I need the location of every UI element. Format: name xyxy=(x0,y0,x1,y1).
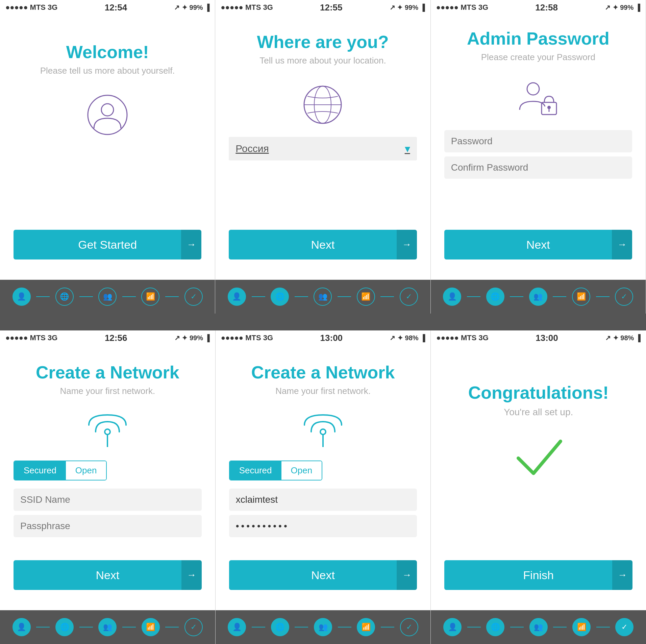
location-next-button[interactable]: Next → xyxy=(229,230,417,259)
nav-wifi-5[interactable]: 📶 xyxy=(357,618,375,636)
network2-next-arrow: → xyxy=(397,560,417,590)
nav-admin-6[interactable]: 👥 xyxy=(529,618,548,636)
nav-globe-3[interactable]: 🌐 xyxy=(486,288,504,306)
nav-admin-1[interactable]: 👥 xyxy=(98,288,117,306)
nav-wifi-3[interactable]: 📶 xyxy=(572,288,590,306)
finish-label: Finish xyxy=(454,569,623,582)
screen-network1: ●●●●● MTS 3G 12:56 ↗ ✦ 99% ▐ Create a Ne… xyxy=(0,330,216,644)
congrats-title: Congratulations! xyxy=(468,382,609,403)
ssid-input-1[interactable] xyxy=(14,489,202,511)
nav-admin-4[interactable]: 👥 xyxy=(98,618,117,636)
svg-point-11 xyxy=(320,429,326,435)
status-bar-6: ●●●●● MTS 3G 13:00 ↗ ✦ 98% ▐ xyxy=(431,330,646,345)
nav-user-6[interactable]: 👤 xyxy=(443,618,462,636)
nav-check-3[interactable]: ✓ xyxy=(615,288,633,306)
screen-network2: ●●●●● MTS 3G 13:00 ↗ ✦ 98% ▐ Create a Ne… xyxy=(216,330,431,644)
svg-point-0 xyxy=(88,95,127,134)
carrier-2: ●●●●● MTS 3G xyxy=(221,3,273,12)
network-type-toggle-2: Secured Open xyxy=(229,461,322,480)
password-subtitle: Please create your Password xyxy=(481,52,595,63)
wifi-icon-1 xyxy=(85,413,129,450)
welcome-title: Welcome! xyxy=(66,42,149,62)
network1-next-arrow: → xyxy=(181,560,202,590)
network1-next-label: Next xyxy=(23,569,192,582)
secured-tab-1[interactable]: Secured xyxy=(14,461,66,480)
ssid-input-2[interactable] xyxy=(229,489,417,511)
screen-congrats: ●●●●● MTS 3G 13:00 ↗ ✦ 98% ▐ Congratulat… xyxy=(431,330,646,644)
network2-subtitle: Name your first network. xyxy=(275,386,371,396)
location-next-arrow: → xyxy=(397,230,417,259)
carrier-1: ●●●●● MTS 3G xyxy=(5,3,57,12)
network2-next-button[interactable]: Next → xyxy=(229,560,417,590)
passphrase-input-2[interactable] xyxy=(229,515,417,537)
globe-icon xyxy=(301,83,345,127)
password-title: Admin Password xyxy=(467,28,610,49)
icons-4: ↗ ✦ 99% ▐ xyxy=(174,334,210,342)
nav-wifi-4[interactable]: 📶 xyxy=(142,618,160,636)
time-2: 12:55 xyxy=(320,2,343,13)
icons-6: ↗ ✦ 98% ▐ xyxy=(605,334,641,342)
carrier-6: ●●●●● MTS 3G xyxy=(436,333,488,342)
bottom-nav-4: 👤 🌐 👥 📶 ✓ xyxy=(0,610,215,644)
nav-globe-1[interactable]: 🌐 xyxy=(55,288,74,306)
bottom-nav-1: 👤 🌐 👥 📶 ✓ xyxy=(0,280,215,314)
nav-globe-6[interactable]: 🌐 xyxy=(486,618,504,636)
network2-title: Create a Network xyxy=(251,362,395,382)
nav-user-3[interactable]: 👤 xyxy=(443,288,461,306)
get-started-label: Get Started xyxy=(23,238,192,251)
country-value: Россия xyxy=(235,143,269,154)
icons-2: ↗ ✦ 99% ▐ xyxy=(390,3,425,11)
svg-point-9 xyxy=(105,429,110,435)
nav-admin-3[interactable]: 👥 xyxy=(529,288,547,306)
screen-password: ●●●●● MTS 3G 12:58 ↗ ✦ 99% ▐ Admin Passw… xyxy=(431,0,646,314)
screen-location: ●●●●● MTS 3G 12:55 ↗ ✦ 99% ▐ Where are y… xyxy=(215,0,430,314)
carrier-4: ●●●●● MTS 3G xyxy=(5,333,57,342)
nav-globe-2[interactable]: 🌐 xyxy=(271,288,289,306)
open-tab-1[interactable]: Open xyxy=(66,461,106,480)
nav-admin-2[interactable]: 👥 xyxy=(314,288,332,306)
nav-user-5[interactable]: 👤 xyxy=(228,618,246,636)
welcome-subtitle: Please tell us more about yourself. xyxy=(40,66,175,76)
nav-admin-5[interactable]: 👥 xyxy=(314,618,332,636)
status-bar-5: ●●●●● MTS 3G 13:00 ↗ ✦ 98% ▐ xyxy=(216,330,431,345)
country-dropdown[interactable]: Россия ▾ xyxy=(229,137,417,160)
nav-check-4[interactable]: ✓ xyxy=(184,618,203,636)
icons-1: ↗ ✦ 99% ▐ xyxy=(174,3,209,11)
network1-next-button[interactable]: Next → xyxy=(14,560,202,590)
nav-user-4[interactable]: 👤 xyxy=(13,618,31,636)
nav-globe-4[interactable]: 🌐 xyxy=(55,618,74,636)
open-tab-2[interactable]: Open xyxy=(281,461,322,480)
nav-user-2[interactable]: 👤 xyxy=(228,288,246,306)
passphrase-input-1[interactable] xyxy=(14,515,202,537)
bottom-nav-5: 👤 🌐 👥 📶 ✓ xyxy=(216,610,431,644)
dropdown-chevron-icon: ▾ xyxy=(405,142,410,155)
nav-check-2[interactable]: ✓ xyxy=(400,288,418,306)
nav-check-1[interactable]: ✓ xyxy=(184,288,203,306)
secured-tab-2[interactable]: Secured xyxy=(230,461,281,480)
time-3: 12:58 xyxy=(535,2,558,13)
password-input[interactable] xyxy=(444,130,632,152)
icons-3: ↗ ✦ 99% ▐ xyxy=(605,3,640,11)
nav-user-1[interactable]: 👤 xyxy=(13,288,31,306)
nav-wifi-6[interactable]: 📶 xyxy=(572,618,591,636)
finish-button[interactable]: Finish → xyxy=(444,560,632,590)
network1-title: Create a Network xyxy=(36,362,179,382)
location-title: Where are you? xyxy=(257,32,389,52)
nav-check-6[interactable]: ✓ xyxy=(615,618,633,636)
nav-wifi-2[interactable]: 📶 xyxy=(357,288,375,306)
country-dropdown-area: Россия ▾ xyxy=(229,137,417,160)
time-5: 13:00 xyxy=(320,333,343,343)
bottom-nav-3: 👤 🌐 👥 📶 ✓ xyxy=(431,280,646,314)
status-bar-1: ●●●●● MTS 3G 12:54 ↗ ✦ 99% ▐ xyxy=(0,0,215,15)
bottom-nav-6: 👤 🌐 👥 📶 ✓ xyxy=(431,610,646,644)
carrier-5: ●●●●● MTS 3G xyxy=(221,333,273,342)
location-next-label: Next xyxy=(238,238,407,251)
confirm-password-input[interactable] xyxy=(444,156,632,179)
nav-globe-5[interactable]: 🌐 xyxy=(271,618,289,636)
password-next-button[interactable]: Next → xyxy=(444,230,632,259)
svg-point-7 xyxy=(547,106,551,109)
get-started-button[interactable]: Get Started → xyxy=(14,230,201,259)
nav-check-5[interactable]: ✓ xyxy=(400,618,418,636)
svg-point-1 xyxy=(101,104,114,116)
nav-wifi-1[interactable]: 📶 xyxy=(141,288,159,306)
